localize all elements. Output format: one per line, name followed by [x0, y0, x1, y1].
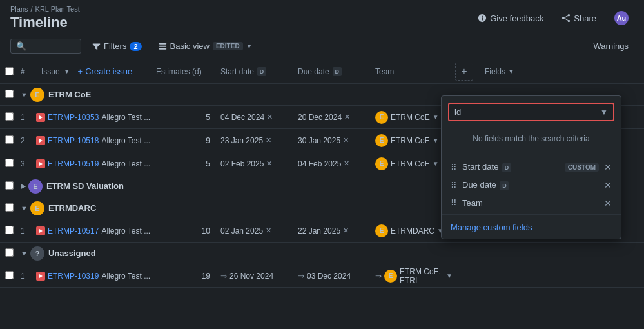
row-start-date: 23 Jan 2025 ✕ — [220, 136, 298, 145]
row-checkbox[interactable] — [5, 135, 21, 146]
team-chevron-icon[interactable]: ▼ — [446, 272, 453, 279]
search-box[interactable]: 🔍 — [10, 39, 81, 54]
field-remove-icon[interactable]: ✕ — [604, 199, 612, 208]
due-date-value: 04 Feb 2025 — [298, 159, 341, 168]
due-date-clear-icon[interactable]: ✕ — [344, 113, 350, 121]
team-chevron-icon[interactable]: ▼ — [433, 137, 439, 144]
group-row[interactable]: ▼ ? Unassigned — [0, 243, 644, 264]
table-row: 1 ETRMP-10319 Allegro Test ... 19 ⇒ 26 N… — [0, 264, 644, 288]
row-estimates: 19 — [156, 272, 220, 281]
issue-key-link[interactable]: ETRMP-10517 — [48, 226, 99, 235]
col-header-add: + — [453, 63, 476, 81]
custom-badge: CUSTOM — [565, 163, 599, 172]
row-start-date: ⇒ 26 Nov 2024 — [220, 272, 298, 281]
breadcrumb-path: Plans / KRL Plan Test — [10, 5, 80, 13]
start-date-clear-icon[interactable]: ✕ — [266, 226, 271, 235]
toolbar: 🔍 Filters 2 Basic view EDITED ▼ Warnings — [0, 34, 644, 59]
breadcrumb-plans[interactable]: Plans — [10, 5, 28, 13]
select-all-input[interactable] — [5, 67, 14, 75]
svg-point-1 — [568, 20, 571, 23]
group-avatar: ? — [30, 246, 44, 261]
svg-point-2 — [562, 17, 565, 19]
warnings-button[interactable]: Warnings — [589, 39, 634, 54]
svg-rect-5 — [159, 43, 166, 45]
team-avatar: E — [375, 157, 388, 170]
issue-key-link[interactable]: ETRMP-10319 — [48, 272, 99, 281]
basic-view-button[interactable]: Basic view EDITED ▼ — [153, 38, 259, 54]
field-remove-icon[interactable]: ✕ — [604, 181, 612, 190]
row-number: 1 — [21, 113, 36, 122]
issue-key-link[interactable]: ETRMP-10353 — [48, 113, 99, 122]
start-date-d-badge: D — [257, 67, 266, 76]
svg-rect-7 — [159, 48, 166, 50]
field-item[interactable]: ⠿ Start date D CUSTOM ✕ — [442, 158, 621, 176]
due-date-clear-icon[interactable]: ✕ — [344, 159, 349, 168]
svg-point-0 — [568, 14, 571, 17]
drag-handle-icon: ⠿ — [451, 181, 457, 190]
group-chevron-icon[interactable]: ▼ — [21, 250, 28, 257]
team-chevron-icon[interactable]: ▼ — [433, 160, 439, 167]
svg-marker-9 — [39, 139, 43, 143]
group-chevron-icon[interactable]: ▼ — [21, 204, 28, 212]
start-date-clear-icon[interactable]: ✕ — [266, 159, 272, 168]
row-checkbox[interactable] — [5, 271, 21, 281]
dropdown-divider — [442, 155, 621, 155]
field-item[interactable]: ⠿ Team ✕ — [442, 194, 621, 212]
group-chevron-icon[interactable]: ▶ — [21, 182, 26, 190]
create-issue-button[interactable]: + Fields Create issue — [74, 65, 137, 77]
page-title: Timeline — [10, 14, 80, 31]
row-estimates: 9 — [156, 136, 220, 145]
add-column-button[interactable]: + — [455, 63, 473, 81]
row-checkbox[interactable] — [5, 112, 21, 123]
field-search-input[interactable] — [454, 107, 596, 117]
svg-rect-6 — [159, 46, 166, 47]
row-number: 2 — [21, 136, 36, 145]
issue-key-link[interactable]: ETRMP-10518 — [48, 136, 99, 145]
team-chevron-icon[interactable]: ▼ — [433, 114, 439, 121]
group-avatar: E — [28, 179, 43, 194]
due-date-clear-icon[interactable]: ✕ — [343, 226, 349, 235]
row-estimates: 5 — [156, 159, 220, 168]
derive-icon3: ⇒ — [375, 272, 382, 281]
group-checkbox[interactable] — [5, 90, 21, 100]
issue-type-icon — [36, 113, 45, 122]
group-name: ETRMDARC — [48, 203, 96, 213]
due-date-value: 22 Jan 2025 — [298, 226, 340, 235]
start-date-clear-icon[interactable]: ✕ — [266, 136, 271, 145]
field-items-list: ⠿ Start date D CUSTOM ✕ ⠿ Due date D ✕ ⠿… — [442, 158, 621, 212]
select-all-checkbox[interactable] — [5, 67, 21, 75]
au-button[interactable]: Au — [609, 8, 634, 28]
field-item-label: Start date D — [462, 162, 560, 172]
breadcrumb-separator: / — [31, 5, 33, 13]
row-issue-cell: ETRMP-10518 Allegro Test ... — [36, 136, 156, 145]
feedback-button[interactable]: Give feedback — [473, 11, 549, 26]
dropdown-arrow-icon[interactable]: ▼ — [600, 108, 608, 117]
row-checkbox[interactable] — [5, 159, 21, 169]
search-input[interactable] — [26, 41, 78, 51]
group-checkbox[interactable] — [5, 203, 21, 214]
row-checkbox[interactable] — [5, 226, 21, 236]
breadcrumb-project[interactable]: KRL Plan Test — [35, 5, 80, 13]
field-search-box[interactable]: ▼ — [448, 103, 614, 121]
field-remove-icon[interactable]: ✕ — [604, 163, 612, 172]
field-item[interactable]: ⠿ Due date D ✕ — [442, 176, 621, 194]
team-avatar: E — [375, 224, 388, 237]
group-checkbox[interactable] — [5, 248, 21, 259]
issue-sort-icon[interactable]: ▼ — [64, 68, 70, 75]
filter-icon — [92, 42, 101, 50]
start-date-clear-icon[interactable]: ✕ — [267, 113, 273, 121]
due-date-value: 30 Jan 2025 — [298, 136, 340, 145]
issue-key-link[interactable]: ETRMP-10519 — [48, 159, 99, 168]
filters-button[interactable]: Filters 2 — [86, 38, 148, 54]
manage-custom-fields-link[interactable]: Manage custom fields — [442, 217, 621, 239]
group-checkbox[interactable] — [5, 181, 21, 192]
col-header-estimates: Estimates (d) — [156, 67, 220, 76]
fields-button[interactable]: Fields ▼ — [481, 66, 518, 77]
row-issue-cell: ETRMP-10353 Allegro Test ... — [36, 113, 156, 122]
group-chevron-icon[interactable]: ▼ — [21, 91, 28, 99]
due-date-clear-icon[interactable]: ✕ — [343, 136, 349, 145]
issue-type-icon — [36, 136, 45, 145]
filters-count-badge: 2 — [130, 42, 141, 51]
share-button[interactable]: Share — [556, 11, 601, 26]
row-due-date: 30 Jan 2025 ✕ — [298, 136, 375, 145]
